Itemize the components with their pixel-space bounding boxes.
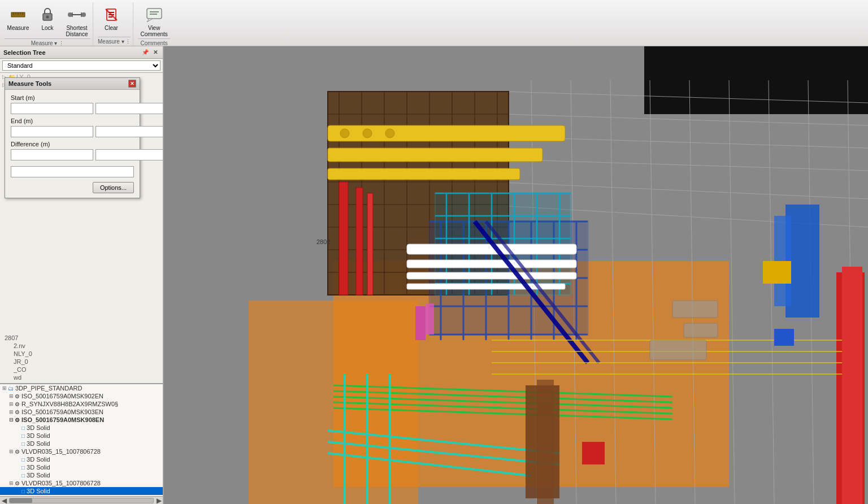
scroll-thumb[interactable]	[10, 498, 32, 503]
3d-scene: 2802	[164, 46, 868, 504]
btree-item-7[interactable]: ⊞ □ 3D Solid	[0, 432, 163, 440]
shortest-distance-label: ShortestDistance	[66, 25, 88, 37]
svg-rect-65	[339, 182, 348, 295]
btree-item-4[interactable]: ⊞ ⚙ ISO_50016759A0MSK903EN	[0, 408, 163, 416]
measure-button-label: Measure	[7, 25, 29, 31]
lock-icon	[38, 6, 57, 24]
selection-tree-close-icon[interactable]: ✕	[151, 49, 159, 57]
difference-label: Difference (m)	[11, 141, 134, 147]
svg-rect-61	[328, 168, 520, 180]
svg-rect-119	[426, 303, 434, 334]
svg-rect-60	[328, 148, 542, 162]
svg-rect-18	[147, 8, 162, 19]
end-y-input[interactable]	[96, 126, 163, 137]
svg-rect-23	[644, 46, 868, 114]
view-comments-button[interactable]: ViewComments	[138, 5, 170, 38]
tree-area: ▷ 📁 LY_0 ... ▷ 📁 LNAR Measure Tools ✕ St…	[0, 73, 163, 383]
svg-rect-69	[842, 267, 862, 504]
svg-point-62	[340, 129, 349, 138]
svg-rect-126	[763, 261, 791, 284]
btree-item-2[interactable]: ⊞ ⚙ ISO_50016759A0MSK902EN	[0, 392, 163, 400]
svg-point-8	[68, 12, 72, 17]
selection-tree-header: Selection Tree 📌 ✕	[0, 46, 163, 59]
lock-button-label: Lock	[41, 25, 53, 31]
toolbar-measure-group: Measure Lock	[5, 2, 90, 46]
svg-rect-127	[774, 329, 794, 346]
svg-point-9	[81, 12, 86, 17]
start-label: Start (m)	[11, 94, 134, 101]
lock-button[interactable]: Lock	[34, 5, 61, 32]
svg-point-64	[385, 129, 394, 138]
btree-item-5[interactable]: ⊟ ⚙ ISO_50016759A0MSK908EN	[0, 416, 163, 424]
shortest-distance-icon	[68, 6, 86, 24]
start-y-input[interactable]	[96, 103, 163, 114]
end-label: End (m)	[11, 118, 134, 124]
main-area: Selection Tree 📌 ✕ Standard Compact Expa…	[0, 46, 868, 504]
start-x-input[interactable]	[11, 103, 93, 114]
start-inputs	[11, 103, 134, 114]
left-panel: Selection Tree 📌 ✕ Standard Compact Expa…	[0, 46, 164, 504]
btree-item-1[interactable]: ⊞ 🗂 3DP_PIPE_STANDARD	[0, 384, 163, 392]
clear-button-label: Clear	[105, 25, 118, 31]
clear-button[interactable]: Clear	[98, 5, 125, 32]
dropdown-bar: Standard Compact Expanded	[0, 59, 163, 73]
ruler-icon	[9, 6, 27, 24]
svg-rect-122	[650, 340, 706, 360]
measure-tools-popup: Measure Tools ✕ Start (m) End (m)	[5, 77, 140, 198]
svg-rect-118	[415, 306, 426, 340]
toolbar-clear-group: Clear Measure ▾ ⋮	[93, 2, 131, 46]
difference-inputs	[11, 149, 134, 160]
clear-icon	[102, 6, 120, 24]
end-x-input[interactable]	[11, 126, 93, 137]
svg-text:2802: 2802	[316, 238, 330, 245]
toolbar: Measure Lock	[0, 0, 868, 46]
svg-rect-97	[407, 272, 576, 279]
measure-result-input[interactable]	[11, 166, 134, 177]
svg-marker-19	[147, 19, 153, 22]
measure-tools-body: Start (m) End (m) Difference (m)	[5, 90, 140, 198]
measure-button[interactable]: Measure	[5, 5, 32, 32]
btree-item-11[interactable]: ⊞ □ 3D Solid	[0, 463, 163, 471]
selection-tree-pin-icon[interactable]: 📌	[141, 49, 149, 57]
diff-x-input[interactable]	[11, 149, 93, 160]
standard-dropdown[interactable]: Standard Compact Expanded	[2, 60, 160, 71]
measure-tools-title: Measure Tools	[8, 80, 51, 87]
scroll-right-btn[interactable]: ▶	[155, 497, 163, 505]
svg-rect-66	[356, 188, 363, 295]
options-button[interactable]: Options...	[93, 182, 134, 193]
btree-item-14[interactable]: ⊞ □ 3D Solid	[0, 487, 163, 495]
scroll-track[interactable]	[9, 498, 154, 503]
btree-item-8[interactable]: ⊞ □ 3D Solid	[0, 440, 163, 447]
svg-point-63	[363, 129, 372, 138]
comment-icon	[145, 6, 163, 24]
clear-group-label: Measure ▾ ⋮	[98, 37, 131, 46]
svg-rect-124	[537, 380, 554, 504]
measure-tools-titlebar[interactable]: Measure Tools ✕	[5, 78, 140, 90]
svg-rect-67	[367, 193, 373, 295]
btree-item-9[interactable]: ⊞ ⚙ VLVDR035_15_1007806728	[0, 447, 163, 455]
btree-item-12[interactable]: ⊞ □ 3D Solid	[0, 471, 163, 479]
svg-rect-96	[407, 260, 576, 268]
shortest-distance-button[interactable]: ShortestDistance	[63, 5, 90, 38]
view-comments-label: ViewComments	[140, 25, 167, 37]
svg-rect-125	[582, 442, 605, 464]
scroll-left-btn[interactable]: ◀	[0, 497, 8, 505]
svg-point-7	[46, 16, 49, 19]
svg-rect-121	[684, 323, 718, 337]
diff-y-input[interactable]	[96, 149, 163, 160]
btree-item-13[interactable]: ⊞ ⚙ VLVDR035_15_1007806728	[0, 479, 163, 487]
options-row: Options...	[11, 182, 134, 193]
btree-item-6[interactable]: ⊞ □ 3D Solid	[0, 424, 163, 432]
svg-rect-120	[672, 301, 718, 318]
3d-viewport[interactable]: 2802	[164, 46, 868, 504]
end-inputs	[11, 126, 134, 137]
btree-item-3[interactable]: ⊞ ⚙ R_SYNJXV88H8B2AX9RMZSW0§	[0, 400, 163, 408]
bottom-scrollbar[interactable]: ◀ ▶	[0, 496, 163, 504]
btree-item-10[interactable]: ⊞ □ 3D Solid	[0, 455, 163, 463]
measure-tools-close-button[interactable]: ✕	[128, 80, 136, 88]
toolbar-comments-group: ViewComments Comments	[133, 2, 170, 46]
bottom-tree: ⊞ 🗂 3DP_PIPE_STANDARD ⊞ ⚙ ISO_50016759A0…	[0, 383, 163, 496]
selection-tree-title: Selection Tree	[3, 49, 46, 56]
